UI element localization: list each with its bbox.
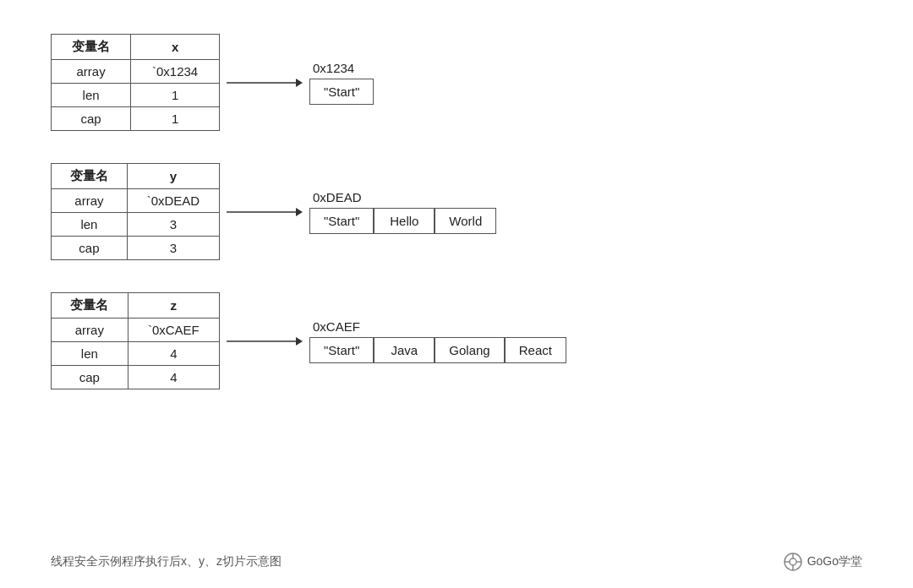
mem-cell-z-3: React (505, 337, 566, 363)
table-row: array`0x1234 (52, 60, 220, 84)
table-row: len3 (52, 213, 220, 237)
mem-cell-z-0: "Start" (309, 337, 374, 363)
mem-address-y: 0xDEAD (309, 190, 496, 204)
table-row: array`0xDEAD (52, 189, 220, 213)
var-table-x: 变量名xarray`0x1234len1cap1 (51, 34, 220, 131)
row-name-x-0: array (52, 60, 131, 84)
mem-cell-z-1: Java (374, 337, 435, 363)
arrow-y (227, 204, 303, 220)
col-header-var-y: y (127, 164, 219, 189)
var-table-z: 变量名zarray`0xCAEFlen4cap4 (51, 292, 220, 389)
svg-marker-3 (296, 208, 303, 216)
footer: 线程安全示例程序执行后x、y、z切片示意图 GoGo学堂 (0, 553, 913, 571)
row-name-z-1: len (52, 342, 128, 366)
main-container: 变量名xarray`0x1234len1cap10x1234"Start"变量名… (0, 0, 913, 588)
row-name-z-2: cap (52, 366, 128, 389)
var-table-y: 变量名yarray`0xDEADlen3cap3 (51, 163, 220, 260)
row-value-y-0: `0xDEAD (127, 189, 219, 213)
brand-icon (784, 553, 802, 571)
row-value-y-2: 3 (127, 237, 219, 260)
footer-brand: GoGo学堂 (784, 553, 862, 571)
row-name-x-2: cap (52, 107, 131, 131)
table-row: len1 (52, 84, 220, 107)
mem-cell-y-0: "Start" (309, 208, 374, 234)
table-row: cap3 (52, 237, 220, 260)
mem-cells-y: "Start"HelloWorld (309, 208, 496, 234)
svg-point-7 (790, 558, 796, 565)
arrow-z (227, 333, 303, 350)
mem-cells-z: "Start"JavaGolangReact (309, 337, 566, 363)
arrow-svg-y (227, 204, 303, 220)
mem-cell-y-2: World (435, 208, 496, 234)
col-header-var-z: z (128, 293, 219, 318)
mem-address-z: 0xCAEF (309, 319, 566, 334)
mem-cell-y-1: Hello (374, 208, 435, 234)
mem-cell-z-2: Golang (435, 337, 504, 363)
memory-area-z: 0xCAEF"Start"JavaGolangReact (309, 319, 566, 363)
arrow-svg-z (227, 333, 303, 350)
col-header-name-x: 变量名 (52, 35, 131, 60)
table-row: array`0xCAEF (52, 318, 220, 342)
table-row: cap4 (52, 366, 220, 389)
row-value-z-0: `0xCAEF (128, 318, 219, 342)
col-header-var-x: x (131, 35, 220, 60)
diagram-row-x: 变量名xarray`0x1234len1cap10x1234"Start" (51, 34, 862, 131)
diagram-row-z: 变量名zarray`0xCAEFlen4cap40xCAEF"Start"Jav… (51, 292, 862, 389)
mem-cell-x-0: "Start" (309, 79, 374, 105)
svg-marker-5 (296, 337, 303, 346)
row-name-y-1: len (52, 213, 128, 237)
row-value-y-1: 3 (127, 213, 219, 237)
row-name-y-2: cap (52, 237, 128, 260)
col-header-name-y: 变量名 (52, 164, 128, 189)
row-value-z-1: 4 (128, 342, 219, 366)
row-name-x-1: len (52, 84, 131, 107)
table-row: cap1 (52, 107, 220, 131)
memory-area-x: 0x1234"Start" (309, 61, 374, 105)
row-value-x-1: 1 (131, 84, 220, 107)
brand-text: GoGo学堂 (807, 554, 862, 569)
diagram-row-y: 变量名yarray`0xDEADlen3cap30xDEAD"Start"Hel… (51, 163, 862, 260)
mem-cells-x: "Start" (309, 79, 374, 105)
footer-caption: 线程安全示例程序执行后x、y、z切片示意图 (51, 554, 282, 569)
row-name-z-0: array (52, 318, 128, 342)
row-name-y-0: array (52, 189, 128, 213)
table-row: len4 (52, 342, 220, 366)
col-header-name-z: 变量名 (52, 293, 128, 318)
row-value-x-0: `0x1234 (131, 60, 220, 84)
mem-address-x: 0x1234 (309, 61, 374, 75)
row-value-x-2: 1 (131, 107, 220, 131)
memory-area-y: 0xDEAD"Start"HelloWorld (309, 190, 496, 234)
row-value-z-2: 4 (128, 366, 219, 389)
arrow-svg-x (227, 74, 303, 91)
arrow-x (227, 74, 303, 91)
svg-marker-1 (296, 79, 303, 87)
